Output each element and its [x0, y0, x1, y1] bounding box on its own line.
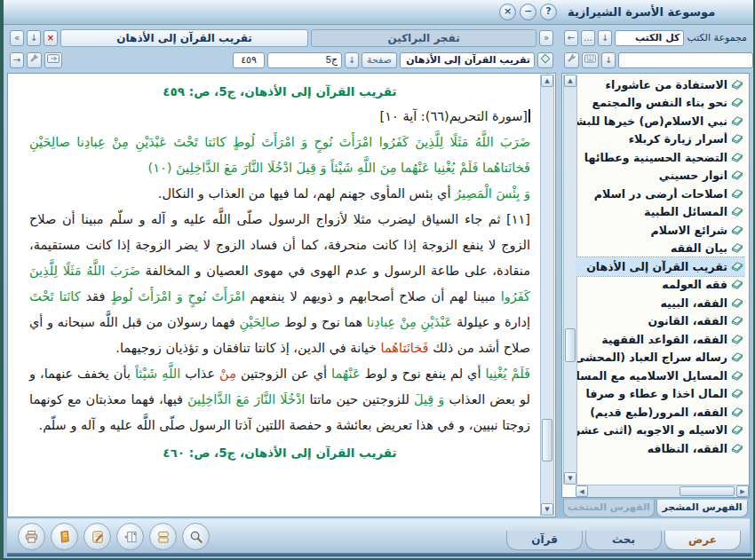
search-button[interactable] [182, 523, 210, 550]
sidebar-book-item[interactable]: الفقه، القانون [576, 312, 745, 331]
window-frame: × − ? موسوعة الأسرة الشيرازية ← ... ↓ كل… [0, 0, 755, 560]
book-group-dropdown-button[interactable]: ↓ [598, 30, 612, 46]
book-icon [731, 406, 743, 418]
scroll-right-icon[interactable]: ▶ [736, 485, 749, 497]
scroll-up-icon[interactable]: ▲ [564, 75, 576, 87]
sidebar-book-item[interactable]: فقه العولمه [576, 276, 745, 295]
sidebar-book-item[interactable]: الفقه، المرور(طبع قديم) [576, 403, 745, 422]
scroll-left-icon[interactable]: ◀ [576, 485, 588, 497]
search-dropdown-button[interactable]: ↓ [601, 52, 616, 68]
sidebar-search-row: ↓ [561, 49, 750, 71]
sidebar-hscrollbar[interactable]: ◀ ▶ [576, 485, 749, 497]
sidebar-search-input[interactable] [618, 52, 753, 68]
document-tabs-row: « ↓ × تقريب القرآن إلى الأذهان تفجر البر… [7, 27, 556, 49]
book-title-box: تقريب القرآن إلى الأذهان [400, 52, 535, 68]
sidebar-book-item[interactable]: التضحية الحسينية وعطائها [576, 148, 745, 167]
wrench-icon[interactable] [564, 52, 579, 68]
scrollbar-thumb[interactable] [565, 328, 576, 362]
document-scrollbar[interactable]: ▲ ▼ [540, 75, 554, 516]
book-icon [731, 315, 743, 327]
sidebar-book-item[interactable]: المسائل الطبية [576, 203, 745, 222]
scroll-down-icon[interactable]: ▼ [541, 503, 553, 516]
book-button[interactable] [51, 523, 78, 550]
sidebar-book-item[interactable]: انوار حسيني [576, 167, 745, 185]
close-tab-icon[interactable]: × [44, 30, 58, 46]
sidebar-book-item[interactable]: بيان الفقه [576, 240, 745, 258]
tab-list-dropdown-icon[interactable]: ↓ [27, 30, 41, 46]
forward-arrow-icon[interactable]: → [10, 52, 24, 68]
hscrollbar-thumb[interactable] [680, 486, 735, 496]
sidebar-book-item[interactable]: الفقه، البييه [576, 294, 745, 312]
document[interactable]: تقريب القرآن إلى الأذهان، ج5، ص: ٤٥٩[سور… [8, 74, 541, 517]
book-icon [731, 115, 743, 127]
sidebar-book-item[interactable]: نحو بناء النفس والمجتمع [576, 94, 745, 113]
scroll-up-icon[interactable]: ▲ [541, 75, 553, 87]
minimize-button[interactable]: − [520, 4, 536, 20]
sidebar-book-item[interactable]: المال اخذا و عطاء و صرفا [576, 385, 745, 404]
document-tab-active[interactable]: تقريب القرآن إلى الأذهان [60, 29, 308, 47]
tab-tree-index[interactable]: الفهرس المشجر [656, 500, 748, 517]
tag-icon[interactable] [537, 52, 553, 68]
sidebar-book-item[interactable]: الاسيله و الاجوبه (اثنى عشر رساله) [576, 422, 745, 440]
back-arrow-button[interactable]: ← [564, 30, 578, 46]
keyboard-icon[interactable] [582, 52, 599, 68]
book-icon [731, 170, 743, 181]
book-item-label: رساله سراج العباد (المحشى) [577, 351, 727, 364]
book-group-label: مجموعة الكتب [687, 32, 747, 43]
scroll-down-icon[interactable]: ▼ [564, 472, 576, 485]
page-dropdown-icon[interactable]: ↓ [345, 52, 359, 68]
help-button[interactable]: ? [540, 4, 557, 20]
sidebar-book-item[interactable]: الفقه، النظافه [576, 439, 745, 458]
sidebar-book-item[interactable]: شرائع الاسلام [576, 221, 745, 240]
tab-view[interactable]: عرض [664, 531, 741, 550]
page-label-button[interactable]: صفحة [362, 52, 397, 68]
close-button[interactable]: × [499, 4, 516, 20]
book-item-label: تقريب القرآن إلى الأذهان [586, 260, 727, 273]
book-icon [731, 370, 743, 382]
book-icon [731, 152, 743, 163]
tools-wrench-icon[interactable] [27, 52, 42, 68]
book-item-label: المسائل الطبية [644, 205, 727, 218]
book-icon [731, 443, 743, 454]
book-icon [731, 133, 743, 145]
tab-quran[interactable]: قرآن [506, 531, 583, 550]
sidebar-book-item[interactable]: المسايل الاسلاميه مع المسايل الح [576, 367, 745, 385]
book-item-label: شرائع الاسلام [651, 224, 727, 237]
tab-search[interactable]: بحث [585, 531, 662, 550]
sidebar-book-item[interactable]: تقريب القرآن إلى الأذهان [576, 257, 745, 276]
windows-button[interactable] [149, 523, 177, 550]
app-window: × − ? موسوعة الأسرة الشيرازية ← ... ↓ كل… [4, 0, 753, 558]
clipboard-pen-icon [91, 530, 105, 544]
book-item-label: المال اخذا و عطاء و صرفا [585, 387, 727, 400]
print-button[interactable] [18, 523, 45, 550]
volume-input[interactable] [267, 52, 342, 68]
annotation-button[interactable] [83, 523, 111, 550]
sidebar-book-item[interactable]: رساله سراج العباد (المحشى) [576, 349, 745, 367]
document-view[interactable]: تقريب القرآن إلى الأذهان، ج5، ص: ٤٥٩[سور… [7, 73, 556, 517]
book-item-label: الفقه، النظافه [648, 442, 727, 455]
expand-right-icon[interactable]: » [539, 30, 553, 46]
book-item-label: نحو بناء النفس والمجتمع [592, 96, 727, 109]
text-block: [١١] ثم جاء السياق ليضرب مثلا لأزواج الر… [29, 207, 530, 361]
more-button[interactable]: ... [581, 30, 595, 46]
document-tab-inactive[interactable]: تفجر البراكين [311, 29, 536, 47]
book-icon [731, 424, 743, 436]
window-layout-icon[interactable] [44, 52, 62, 68]
book-item-label: اصلاحات أرضى در اسلام [594, 187, 727, 201]
collapse-left-icon[interactable]: « [10, 30, 24, 46]
sidebar-book-item[interactable]: نبي الاسلام(ص) خيرها للبشرية [576, 112, 745, 130]
tab-selected-index[interactable]: الفهرس المنتخب [563, 500, 655, 517]
sidebar-book-item[interactable]: الفقه، القواعد الفقهية [576, 330, 745, 349]
split-view-button[interactable] [116, 523, 144, 550]
scrollbar-thumb[interactable] [542, 419, 552, 461]
title-bar: × − ? موسوعة الأسرة الشيرازية [4, 0, 753, 25]
book-group-select[interactable]: كل الكتب [615, 30, 684, 46]
book-item-label: بيان الفقه [671, 241, 727, 255]
book-item-label: التضحية الحسينية وعطائها [584, 151, 727, 164]
sidebar-book-item[interactable]: الاستفادة من عاشوراء [576, 75, 745, 94]
sidebar-book-item[interactable]: أسرار زيارة كربلاء [576, 130, 745, 149]
page-heading: تقريب القرآن إلى الأذهان، ج5، ص: ٤٦٠ [29, 438, 530, 465]
text-block: وَ بِئْسَ الْمَصِيرُ أي بئس المأوى جهنم … [29, 181, 530, 207]
sidebar-book-item[interactable]: اصلاحات أرضى در اسلام [576, 185, 745, 203]
book-icon [731, 242, 743, 254]
